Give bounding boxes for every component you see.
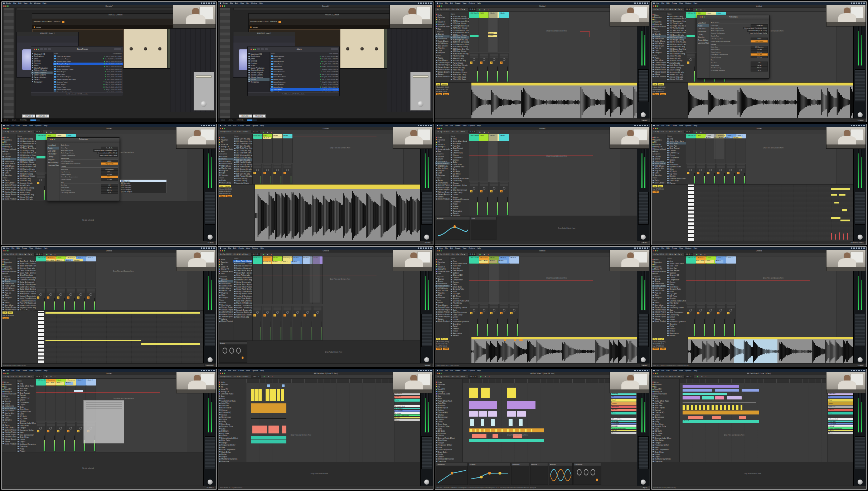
- record-button[interactable]: ●: [271, 253, 272, 255]
- mixer-strip[interactable]: 1: [253, 164, 262, 185]
- file-row[interactable]: Hysterics ProjectMay 30, 2020 at 9:32 PM: [53, 80, 122, 83]
- track-arm-button[interactable]: 4: [500, 190, 503, 192]
- stop-button[interactable]: ■: [701, 375, 702, 378]
- clip-tab[interactable]: Clip: [436, 338, 441, 340]
- warp-button[interactable]: Warp: [653, 93, 659, 95]
- status-icon[interactable]: [637, 370, 638, 371]
- warp-button[interactable]: Warp: [653, 348, 659, 350]
- status-icon[interactable]: [201, 247, 202, 249]
- pan-knob[interactable]: [39, 293, 42, 296]
- track-arm-button[interactable]: 3: [57, 296, 59, 299]
- clip-block[interactable]: MIDI 1-Audio 2: [263, 261, 271, 264]
- toolbar-button[interactable]: [44, 48, 47, 50]
- file-row[interactable]: Jabara PressMar 25, 2019 at 10:38 AM: [270, 73, 339, 75]
- browser-item[interactable]: Clean High - Dirt Greedy.adg: [17, 272, 36, 274]
- menu-item[interactable]: Live: [656, 2, 659, 4]
- browser-item[interactable]: Bass Funk - Guitar.adg: [233, 260, 252, 262]
- clip-block[interactable]: [470, 260, 479, 263]
- browser-item[interactable]: Universal Audio: [652, 148, 666, 150]
- pref-value[interactable]: 0.00 ms: [751, 53, 768, 56]
- clip-block[interactable]: [251, 440, 286, 443]
- apple-icon[interactable]: [220, 125, 221, 126]
- amp-knob[interactable]: [158, 47, 161, 50]
- clip-block[interactable]: [517, 411, 526, 417]
- browser-item[interactable]: Audio Effect Rack: [17, 385, 36, 387]
- clip-block[interactable]: 6-Guitar 6: [683, 420, 760, 423]
- loop-button[interactable]: Loop: [3, 317, 9, 319]
- browser-item[interactable]: 808 Core Kit.adg: [450, 15, 469, 18]
- column-name[interactable]: Name: [54, 53, 113, 54]
- clip-block[interactable]: 1-Audio 1: [281, 261, 290, 264]
- clip-block[interactable]: [282, 384, 285, 387]
- waveform-editor[interactable]: [471, 83, 637, 118]
- clip-block[interactable]: [479, 411, 488, 417]
- file-row[interactable]: Three Can Be ProjectJun 23, 2020 at 1:31…: [53, 55, 122, 58]
- menu-item[interactable]: View: [679, 369, 683, 372]
- clip-block[interactable]: [519, 419, 523, 426]
- status-icon[interactable]: [430, 3, 432, 4]
- menu-item[interactable]: File: [11, 369, 14, 372]
- status-icon[interactable]: [201, 125, 202, 126]
- mixer-strip[interactable]: 4: [283, 306, 292, 340]
- browser-item[interactable]: Music Production: [652, 320, 666, 323]
- menu-item[interactable]: Edit: [18, 2, 21, 4]
- loop-bar[interactable]: [471, 337, 637, 339]
- track-header[interactable]: 4 Audio: [499, 134, 509, 142]
- waveform[interactable]: [471, 86, 637, 118]
- pref-value[interactable]: Universal Audio Thunderbolt (24 In): [93, 149, 118, 152]
- clip-block[interactable]: 1-Audio 1: [272, 261, 281, 264]
- clip-block[interactable]: [273, 389, 276, 401]
- arrange-track[interactable]: Vocal: [611, 399, 637, 402]
- clip-block[interactable]: [513, 429, 515, 432]
- sample-tab[interactable]: Sample: [441, 83, 448, 85]
- clip-block[interactable]: [472, 434, 486, 438]
- menu-item[interactable]: File: [445, 2, 448, 4]
- file-row[interactable]: Where's Johan ProjectJun 22, 2020 at 5:2…: [53, 60, 122, 63]
- status-clip-box[interactable]: 5-Audio 2: [206, 486, 215, 489]
- browser-item[interactable]: Guitar Solo - Aggressive.adg: [17, 283, 36, 286]
- channel-tab[interactable]: ANALOG 2: [253, 114, 266, 118]
- pan-knob[interactable]: [729, 169, 732, 171]
- clip-block[interactable]: [251, 418, 286, 419]
- clip-block[interactable]: [251, 389, 254, 401]
- pref-value[interactable]: Input Config Output Config: [99, 154, 118, 157]
- status-icon[interactable]: [418, 247, 419, 249]
- zoom-icon[interactable]: [38, 49, 39, 50]
- pan-knob[interactable]: [256, 169, 259, 171]
- status-icon[interactable]: [430, 247, 432, 249]
- menu-item[interactable]: Options: [252, 369, 258, 372]
- clip-block[interactable]: [703, 405, 705, 409]
- waveform[interactable]: [688, 86, 853, 118]
- stop-button[interactable]: ■: [50, 253, 52, 255]
- transport-left[interactable]: Ext Tap 120.00 1 1 1 8 4 / 4 0 ● 1 Bar ▾: [437, 9, 465, 10]
- pref-tab[interactable]: Library: [47, 155, 59, 158]
- menu-item[interactable]: Create: [672, 2, 677, 4]
- status-icon[interactable]: [637, 125, 638, 126]
- pref-tab[interactable]: Plug-Ins: [697, 36, 709, 39]
- notes-tab[interactable]: Notes: [658, 185, 663, 187]
- track-arm-button[interactable]: 2: [697, 312, 699, 314]
- transport-left[interactable]: Ext Tap 120.00 1 1 1 8 4 / 4 0 ● 1 Bar ▾: [4, 131, 31, 133]
- browser-item[interactable]: 707 Red With It Kit.adg: [450, 29, 469, 32]
- clip-block[interactable]: [507, 401, 535, 409]
- device-panel[interactable]: Auto Pan: [549, 463, 573, 485]
- status-icon[interactable]: [647, 3, 648, 4]
- browser-item[interactable]: 707 Red With It Kit.adg: [666, 29, 685, 32]
- track-arm-button[interactable]: 1: [253, 314, 256, 316]
- status-icon[interactable]: [425, 3, 427, 4]
- browser-item[interactable]: 808 Boom Kit.adg: [233, 156, 252, 159]
- menu-item[interactable]: View: [462, 369, 466, 372]
- status-clip-box[interactable]: 5-Audio: [424, 241, 432, 244]
- status-icon[interactable]: [430, 125, 432, 126]
- midi-note[interactable]: [839, 194, 845, 196]
- status-icon[interactable]: [213, 370, 215, 371]
- pan-knob[interactable]: [39, 179, 42, 181]
- loop-button[interactable]: Loop: [660, 93, 666, 95]
- browser-item[interactable]: 808 Fill It Up Kit.adg: [666, 41, 685, 43]
- pan-knob[interactable]: [483, 58, 485, 61]
- loop-button[interactable]: Loop: [443, 93, 449, 95]
- track-header[interactable]: 4 Audio: [499, 12, 509, 18]
- mixer-strip[interactable]: 6: [303, 306, 312, 340]
- play-button[interactable]: ▶: [46, 253, 48, 255]
- menu-item[interactable]: Help: [260, 124, 264, 127]
